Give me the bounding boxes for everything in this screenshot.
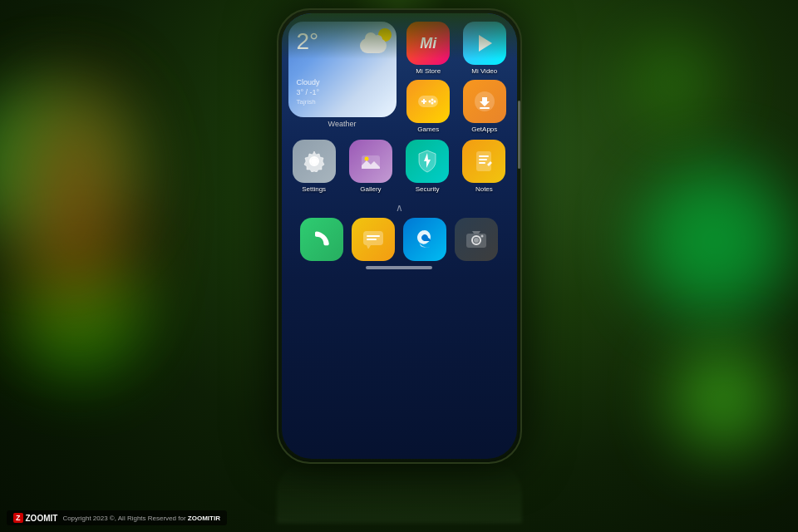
games-icon: [406, 80, 450, 123]
security-label: Security: [416, 185, 440, 193]
dock-camera[interactable]: [455, 218, 498, 261]
app-security[interactable]: Security: [401, 140, 453, 193]
second-app-row: Settings Gallery: [288, 140, 510, 193]
settings-label: Settings: [302, 185, 326, 193]
svg-point-4: [434, 101, 436, 103]
chevron-up-area: ∧: [288, 200, 510, 214]
dock-messages[interactable]: [352, 218, 395, 261]
weather-label: Weather: [288, 120, 397, 128]
weather-location: Tajrish: [297, 98, 388, 106]
bokeh-4: [673, 349, 773, 449]
phone-body: 2°: [277, 8, 522, 464]
home-indicator-area: [288, 266, 510, 269]
phone-screen: 2°: [282, 13, 517, 459]
games-label: Games: [417, 126, 439, 133]
bokeh-3: [640, 166, 790, 316]
notes-svg: [474, 150, 494, 173]
security-svg: [417, 150, 437, 173]
zoomit-logo: Z ZOOMIT: [13, 513, 57, 523]
notes-icon: [462, 140, 505, 183]
mi-video-label: Mi Video: [471, 67, 497, 75]
svg-rect-2: [423, 99, 425, 104]
bokeh-5: [632, 42, 715, 125]
settings-icon: [293, 140, 336, 183]
edge-icon: [403, 218, 446, 261]
phone-svg: [312, 229, 332, 249]
app-gallery[interactable]: Gallery: [345, 140, 397, 193]
svg-rect-18: [367, 235, 380, 237]
watermark: Z ZOOMIT Copyright 2023 ©, All Rights Re…: [7, 510, 227, 525]
phone-device: 2°: [266, 8, 532, 524]
svg-rect-12: [476, 151, 491, 171]
svg-point-5: [431, 102, 434, 105]
edge-svg: [414, 229, 436, 250]
screen-foliage: [282, 13, 517, 59]
home-indicator: [366, 266, 432, 269]
weather-range: 3° / -1°: [297, 88, 388, 96]
gamepad-svg: [416, 93, 440, 110]
app-notes[interactable]: Notes: [458, 140, 510, 193]
red-blur: [25, 83, 125, 332]
notes-label: Notes: [475, 185, 493, 193]
zoomit-z-icon: Z: [13, 513, 23, 523]
settings-svg: [303, 150, 325, 172]
svg-marker-21: [472, 231, 480, 234]
gallery-svg: [360, 152, 382, 170]
dock-edge[interactable]: [403, 218, 446, 261]
getapps-svg: [473, 90, 496, 113]
svg-point-6: [429, 101, 431, 103]
phone-reflection: [277, 461, 522, 524]
svg-point-3: [431, 99, 434, 101]
weather-condition: Cloudy: [297, 78, 388, 86]
dock-phone[interactable]: [300, 218, 343, 261]
camera-icon: [455, 218, 498, 261]
svg-point-11: [364, 157, 368, 161]
app-settings[interactable]: Settings: [288, 140, 340, 193]
messages-icon: [352, 218, 395, 261]
security-icon: [406, 140, 449, 183]
svg-rect-13: [479, 155, 489, 157]
getapps-label: GetApps: [471, 126, 497, 133]
status-bar: [282, 13, 517, 18]
svg-rect-16: [363, 231, 383, 245]
svg-marker-17: [367, 245, 371, 249]
svg-point-24: [481, 235, 484, 238]
zoomit-brand-text: ZOOMIT: [26, 514, 58, 523]
svg-point-23: [474, 238, 479, 243]
svg-rect-7: [480, 107, 490, 109]
watermark-copyright: Copyright 2023 ©, All Rights Reserved fo…: [62, 515, 220, 522]
dock: [288, 218, 510, 261]
svg-rect-15: [479, 162, 485, 164]
gallery-icon: [349, 140, 392, 183]
svg-rect-14: [479, 159, 487, 160]
phone-edge-right: [518, 101, 520, 169]
app-games[interactable]: Games: [403, 80, 455, 133]
camera-svg: [466, 230, 487, 249]
mi-store-label: Mi Store: [416, 67, 441, 75]
messages-svg: [362, 230, 384, 249]
gallery-label: Gallery: [360, 185, 381, 193]
chevron-up-icon: ∧: [396, 202, 403, 214]
getapps-icon: [463, 80, 506, 123]
app-getapps[interactable]: GetApps: [459, 80, 510, 133]
svg-rect-19: [367, 239, 377, 240]
phone-icon: [300, 218, 343, 261]
screen-content: 2°: [282, 18, 517, 459]
